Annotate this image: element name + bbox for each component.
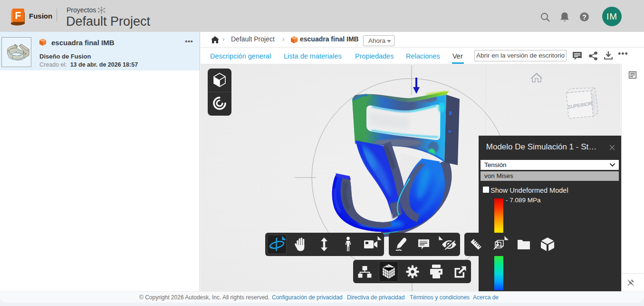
svg-text:F: F [15, 10, 21, 21]
svg-text:?: ? [582, 13, 586, 21]
svg-text:DERECHA: DERECHA [592, 93, 595, 110]
